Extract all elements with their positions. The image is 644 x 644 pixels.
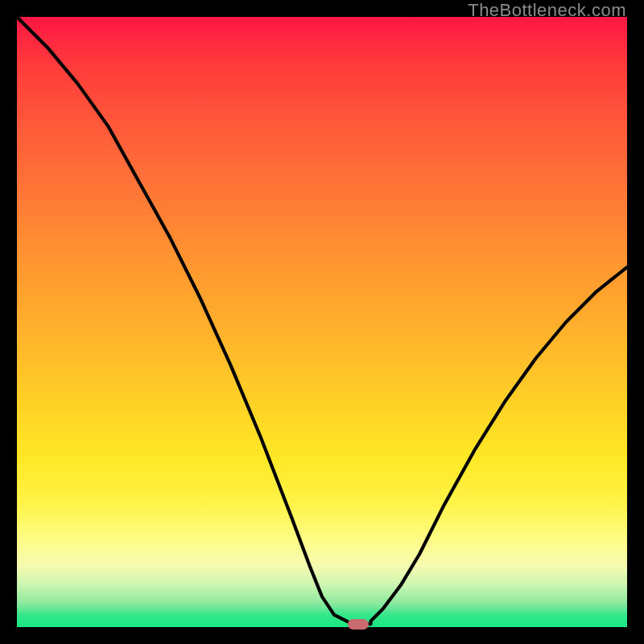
curve-path xyxy=(17,17,627,624)
optimal-marker xyxy=(348,619,369,630)
bottleneck-curve xyxy=(17,17,627,627)
chart-frame: TheBottleneck.com xyxy=(0,0,644,644)
plot-area xyxy=(17,17,627,627)
